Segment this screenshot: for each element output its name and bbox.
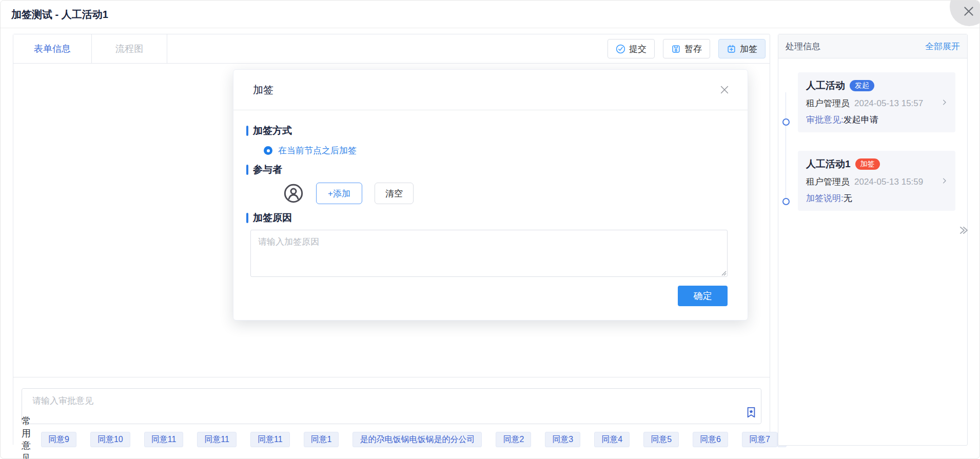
opinion-tag[interactable]: 是的尕电饭锅电饭锅是的分公司 <box>352 432 482 447</box>
opinion-tags: 同意9 同意10 同意11 同意11 同意11 同意1 是的尕电饭锅电饭锅是的分… <box>41 432 777 447</box>
processing-title: 处理信息 <box>786 41 820 52</box>
tab-form-info[interactable]: 表单信息 <box>13 34 92 63</box>
close-icon <box>962 5 975 18</box>
node-field-value: 发起申请 <box>844 115 878 125</box>
node-title: 人工活动1 <box>806 157 851 171</box>
opinion-tag[interactable]: 同意5 <box>643 432 679 447</box>
opinion-tag[interactable]: 同意10 <box>90 432 130 447</box>
title-bar: 加签测试 - 人工活动1 <box>1 1 979 28</box>
countersign-dialog: 加签 加签方式 在当前节点之后加签 参与者 <box>233 69 748 321</box>
tab-flow-chart[interactable]: 流程图 <box>92 34 167 63</box>
dialog-body: 加签方式 在当前节点之后加签 参与者 +添加 清空 <box>233 110 748 306</box>
clear-participants-button[interactable]: 清空 <box>375 183 414 204</box>
processing-panel: 处理信息 全部展开 人工活动 发起 租户管理员 2024-05-13 15:57 <box>778 34 968 446</box>
node-title: 人工活动 <box>806 79 845 92</box>
expand-all-link[interactable]: 全部展开 <box>925 41 960 52</box>
chevron-right-icon[interactable] <box>940 98 948 109</box>
process-card-countersign[interactable]: 人工活动1 加签 租户管理员 2024-05-13 15:59 加签说明:无 <box>798 151 955 211</box>
draft-label: 暂存 <box>684 43 702 55</box>
processing-header: 处理信息 全部展开 <box>778 34 967 58</box>
radio-label: 在当前节点之后加签 <box>278 145 357 156</box>
node-time: 2024-05-13 15:59 <box>854 177 923 187</box>
check-circle-icon <box>616 44 625 54</box>
status-badge: 发起 <box>850 80 874 91</box>
resize-grip-icon[interactable] <box>720 270 727 276</box>
node-field-label: 审批意见: <box>806 115 844 125</box>
chevron-right-icon[interactable] <box>940 177 948 187</box>
countersign-button[interactable]: 加签 <box>718 39 766 58</box>
section-title: 参与者 <box>253 163 282 176</box>
calendar-plus-icon <box>727 44 736 54</box>
node-user: 租户管理员 <box>806 176 850 188</box>
reason-field <box>250 230 728 277</box>
opinion-tag[interactable]: 同意9 <box>41 432 76 447</box>
section-title: 加签原因 <box>253 211 292 225</box>
person-circle-icon <box>283 183 304 204</box>
save-draft-button[interactable]: 暂存 <box>663 39 710 58</box>
node-field-label: 加签说明: <box>806 193 844 203</box>
approval-comment-area: 常用意见 同意9 同意10 同意11 同意11 同意11 同意1 是的尕电饭锅电… <box>13 377 770 446</box>
opinion-tag[interactable]: 同意2 <box>496 432 531 447</box>
participants-row: +添加 清空 <box>283 183 727 204</box>
timeline-dot <box>782 198 790 205</box>
bookmark-star-icon <box>746 406 757 418</box>
save-icon <box>671 44 681 54</box>
section-title: 加签方式 <box>253 124 292 137</box>
method-section-header: 加签方式 <box>246 124 727 137</box>
dialog-close-button[interactable] <box>719 84 730 97</box>
favorite-comment-button[interactable] <box>746 406 757 421</box>
opinion-tag[interactable]: 同意11 <box>250 432 290 447</box>
timeline-dot <box>782 118 790 126</box>
tab-bar: 表单信息 流程图 提交 <box>13 34 770 64</box>
node-field-value: 无 <box>844 193 852 203</box>
opinion-tag[interactable]: 同意11 <box>144 432 184 447</box>
reason-input[interactable] <box>250 230 728 277</box>
page-title: 加签测试 - 人工活动1 <box>11 8 108 22</box>
processing-timeline: 人工活动 发起 租户管理员 2024-05-13 15:57 审批意见:发起申请… <box>778 72 967 211</box>
node-time: 2024-05-13 15:57 <box>854 98 923 109</box>
common-opinions-row: 常用意见 同意9 同意10 同意11 同意11 同意11 同意1 是的尕电饭锅电… <box>22 432 761 447</box>
opinion-tag[interactable]: 同意6 <box>693 432 728 447</box>
common-opinions-label: 常用意见 <box>22 415 31 459</box>
after-current-node-radio[interactable]: 在当前节点之后加签 <box>264 145 727 156</box>
opinion-tag[interactable]: 同意3 <box>545 432 580 447</box>
dialog-title: 加签 <box>253 83 273 97</box>
countersign-label: 加签 <box>740 43 757 55</box>
panel-collapse-button[interactable] <box>956 223 971 238</box>
section-bar <box>246 126 248 136</box>
timeline-connector <box>786 92 786 202</box>
status-badge: 加签 <box>855 158 880 170</box>
section-bar <box>246 165 248 175</box>
add-participant-button[interactable]: +添加 <box>316 183 362 204</box>
toolbar: 提交 暂存 加签 <box>607 34 770 63</box>
tab-label: 表单信息 <box>34 43 71 55</box>
opinion-tag[interactable]: 同意4 <box>594 432 630 447</box>
approval-comment-box <box>22 388 761 424</box>
opinion-tag[interactable]: 同意11 <box>197 432 237 447</box>
workflow-window: 加签测试 - 人工活动1 表单信息 流程图 提交 <box>0 0 980 459</box>
submit-button[interactable]: 提交 <box>607 39 655 58</box>
tab-label: 流程图 <box>115 43 143 55</box>
approval-comment-input[interactable] <box>22 389 761 424</box>
close-icon <box>719 84 730 95</box>
reason-section-header: 加签原因 <box>246 211 727 225</box>
radio-selected-icon <box>264 146 272 155</box>
participants-section-header: 参与者 <box>246 163 727 176</box>
node-user: 租户管理员 <box>806 97 850 109</box>
confirm-button[interactable]: 确定 <box>678 286 728 306</box>
submit-label: 提交 <box>629 43 646 55</box>
section-bar <box>246 213 248 223</box>
opinion-tag[interactable]: 同意7 <box>742 432 777 447</box>
opinion-tag[interactable]: 同意1 <box>304 432 339 447</box>
process-card-initiate[interactable]: 人工活动 发起 租户管理员 2024-05-13 15:57 审批意见:发起申请 <box>798 72 955 132</box>
dialog-header: 加签 <box>233 70 748 110</box>
dialog-footer: 确定 <box>246 286 728 306</box>
double-chevron-right-icon <box>957 224 970 236</box>
